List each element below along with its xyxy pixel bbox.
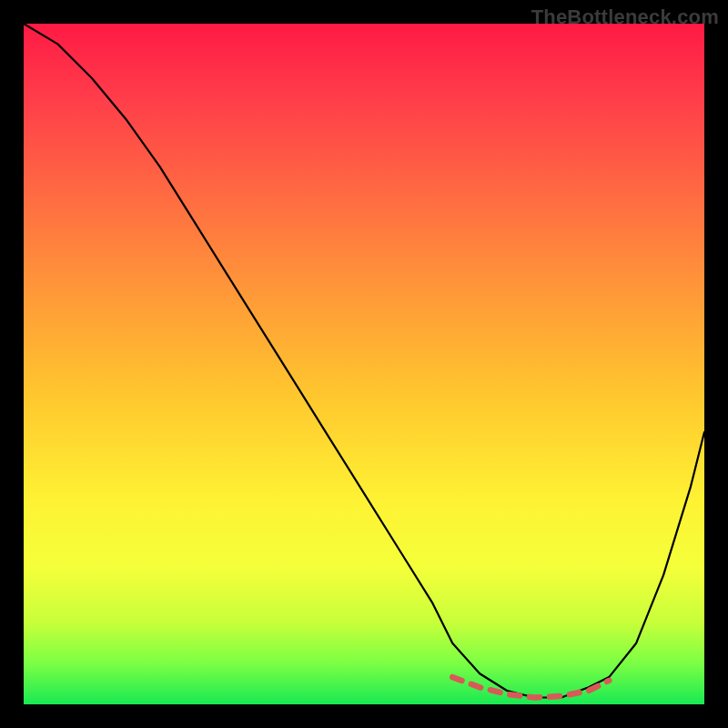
plot-area [24,24,704,704]
chart-frame: TheBottleneck.com [0,0,728,728]
curve-svg [24,24,704,704]
main-curve-path [24,24,704,698]
highlight-curve-path [452,677,609,697]
